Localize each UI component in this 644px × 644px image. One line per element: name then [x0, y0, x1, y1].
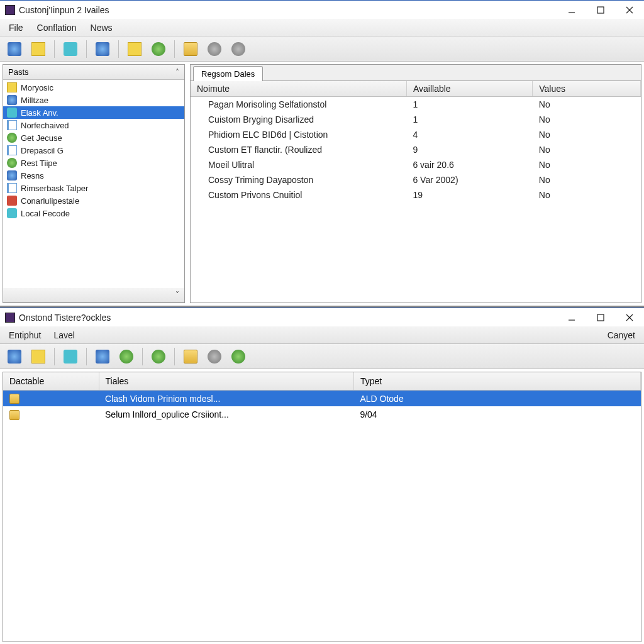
- cell: No: [533, 127, 641, 142]
- menu-entiphut[interactable]: Entiphut: [3, 328, 47, 343]
- table-row[interactable]: Moeil Ulitral6 vair 20.6No: [191, 157, 641, 172]
- cell: Custom Privons Cnuitiol: [191, 187, 406, 203]
- tool-2[interactable]: [28, 40, 49, 58]
- sidebar-item[interactable]: Rimserbask Talper: [3, 182, 184, 194]
- tool-folder-icon[interactable]: [180, 40, 201, 58]
- menu-news[interactable]: News: [84, 20, 119, 35]
- table-row[interactable]: Custom Privons Cnuitiol19No: [191, 187, 641, 203]
- sidebar-item[interactable]: Get Jecuse: [3, 131, 184, 144]
- tool2-2[interactable]: [28, 347, 49, 366]
- sidebar-item[interactable]: Local Fecode: [3, 207, 184, 219]
- menu-file[interactable]: File: [3, 20, 30, 35]
- sidebar-item[interactable]: Drepascil G: [3, 144, 184, 157]
- cell: Custom ET flanctir. (Roulized: [191, 142, 406, 157]
- sidebar-tree[interactable]: MoryosicMilltzaeElask Anv.NorfechaivedGe…: [3, 80, 184, 288]
- toolbar-sep: [118, 40, 119, 58]
- menu-canyet[interactable]: Canyet: [601, 328, 641, 343]
- cell: 1: [406, 97, 532, 113]
- cell: [3, 406, 99, 422]
- tool2-3[interactable]: [60, 347, 81, 366]
- col-tiales[interactable]: Tiales: [99, 372, 353, 391]
- tool-6[interactable]: [148, 40, 169, 58]
- tree-item-label: Get Jecuse: [21, 133, 62, 143]
- toolbar-sep: [174, 40, 175, 58]
- sidebar-title: Pasts: [8, 67, 29, 77]
- table-row[interactable]: Phidiom ELC BID6d | Cistotion4No: [191, 127, 641, 142]
- sidebar-item[interactable]: Elask Anv.: [3, 106, 184, 119]
- sidebar-item[interactable]: Norfechaived: [3, 119, 184, 131]
- tree-item-icon: [7, 183, 17, 193]
- maximize-button[interactable]: [586, 1, 615, 19]
- close-button[interactable]: [615, 308, 644, 327]
- tool-3[interactable]: [60, 40, 81, 58]
- cell: Phidiom ELC BID6d | Cistotion: [191, 127, 406, 142]
- tool-1[interactable]: [4, 40, 25, 58]
- cell: 4: [406, 127, 532, 142]
- close-button[interactable]: [615, 1, 644, 19]
- main-grid[interactable]: Noimute Availlable Values Pagan Morisoli…: [191, 81, 641, 303]
- tree-item-label: Conarlulipestale: [21, 196, 79, 206]
- window2-titlebar: Onstond Tistere?ockles: [0, 308, 644, 326]
- tree-item-icon: [7, 82, 17, 92]
- table-row[interactable]: Cuistom Bryging Disarlized1No: [191, 112, 641, 127]
- cell: 1: [406, 112, 532, 127]
- cell: No: [533, 157, 641, 172]
- window2-menubar: Entiphut Lavel Canyet: [0, 326, 644, 344]
- window2-toolbar: [0, 344, 644, 369]
- tree-item-icon: [7, 133, 17, 143]
- tool2-wrench-icon[interactable]: [204, 347, 225, 366]
- window1-toolbar: [0, 36, 644, 62]
- col-dactable[interactable]: Dactable: [3, 372, 99, 391]
- tool-9[interactable]: [228, 40, 249, 58]
- tool2-5[interactable]: [116, 347, 137, 366]
- maximize-button[interactable]: [586, 308, 615, 327]
- list-row[interactable]: Selum Inllord_opulice Crsiiont...9/04: [3, 406, 641, 422]
- tree-item-label: Rimserbask Talper: [21, 184, 88, 193]
- main-panel: Regsom Dales Noimute Availlable Values P…: [190, 64, 641, 303]
- tool2-4[interactable]: [92, 347, 113, 366]
- minimize-button[interactable]: [557, 308, 586, 327]
- sidebar-item[interactable]: Milltzae: [3, 94, 184, 106]
- minimize-button[interactable]: [557, 1, 586, 19]
- tree-item-label: Norfechaived: [21, 121, 69, 130]
- chevron-down-icon[interactable]: ˅: [175, 291, 179, 299]
- tool2-1[interactable]: [4, 347, 25, 366]
- cell: [3, 391, 99, 407]
- list-row[interactable]: Clash Vidom Priniom mdesl...ALD Otode: [3, 391, 641, 407]
- col-typet[interactable]: Typet: [353, 372, 640, 391]
- sidebar-item[interactable]: Moryosic: [3, 81, 184, 94]
- tool-wrench-icon[interactable]: [204, 40, 225, 58]
- tree-item-label: Elask Anv.: [21, 108, 58, 118]
- tree-item-label: Rest Tiipe: [21, 158, 57, 168]
- sidebar-item[interactable]: Rest Tiipe: [3, 157, 184, 169]
- table-row[interactable]: Custom ET flanctir. (Roulized9No: [191, 142, 641, 157]
- col-noimute[interactable]: Noimute: [191, 81, 406, 97]
- window1-menubar: File Conflation News: [0, 19, 644, 36]
- table-row[interactable]: Cossy Triming Dayaposton6 Var 2002)No: [191, 172, 641, 187]
- tool2-folder-icon[interactable]: [180, 347, 201, 366]
- chevron-up-icon[interactable]: ˄: [175, 68, 179, 77]
- menu-conflation[interactable]: Conflation: [31, 20, 83, 35]
- toolbar-sep: [54, 40, 55, 58]
- tool-5[interactable]: [124, 40, 145, 58]
- cell: 6 vair 20.6: [406, 157, 532, 172]
- cell: 9/04: [353, 406, 640, 422]
- table-row[interactable]: Pagan Morisoling Selfationstol1No: [191, 97, 641, 113]
- app-icon: [5, 313, 15, 323]
- window2-list[interactable]: Dactable Tiales Typet Clash Vidom Prinio…: [3, 372, 641, 642]
- toolbar-sep: [86, 40, 87, 58]
- tool2-6[interactable]: [148, 347, 169, 366]
- col-values[interactable]: Values: [533, 81, 641, 97]
- cell: No: [533, 97, 641, 113]
- window2-title: Onstond Tistere?ockles: [19, 313, 557, 323]
- cell: Clash Vidom Priniom mdesl...: [99, 391, 353, 407]
- menu-lavel[interactable]: Lavel: [47, 328, 80, 343]
- tab-regsom-dales[interactable]: Regsom Dales: [193, 66, 263, 81]
- sidebar-item[interactable]: Resns: [3, 169, 184, 182]
- tool-4[interactable]: [92, 40, 113, 58]
- tree-item-label: Resns: [21, 171, 44, 180]
- tree-item-label: Moryosic: [21, 83, 53, 92]
- tool2-9[interactable]: [228, 347, 249, 366]
- col-available[interactable]: Availlable: [406, 81, 532, 97]
- sidebar-item[interactable]: Conarlulipestale: [3, 194, 184, 207]
